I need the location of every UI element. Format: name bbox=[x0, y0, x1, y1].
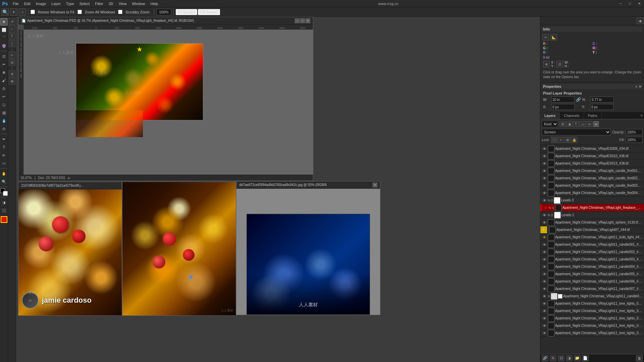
collapse-panel-btn[interactable]: ◀ bbox=[637, 17, 643, 24]
props-link-icon[interactable]: 🔗 bbox=[576, 97, 581, 102]
menu-edit[interactable]: Edit bbox=[21, 0, 33, 7]
layer-row[interactable]: 👁 Apartment_Night Christmas_VRayLight11_… bbox=[540, 322, 644, 329]
layer-row[interactable]: 👁 Apartment_Night Christmas_VRayLight11_… bbox=[540, 234, 644, 241]
zoom-all-checkbox[interactable] bbox=[77, 10, 82, 14]
arrange-icon[interactable]: ≡ bbox=[9, 52, 15, 58]
props-collapse-btn[interactable]: ≡ bbox=[635, 85, 637, 88]
lasso-tool[interactable]: ⌒ bbox=[0, 34, 8, 42]
canvas-area[interactable]: ↺ ↔ T ⟆ ≡ ⊟ ⊕ ⊞ 📄 Apartment_Night Christ… bbox=[8, 17, 540, 362]
info-coord-icon[interactable]: ⊕ bbox=[543, 61, 550, 67]
filter-toggle[interactable]: ● bbox=[593, 121, 599, 127]
layer-visibility-25[interactable]: 👁 bbox=[542, 323, 547, 328]
menu-window[interactable]: Window bbox=[129, 0, 148, 7]
menu-help[interactable]: Help bbox=[148, 0, 161, 7]
quick-select-tool[interactable]: 🔮 bbox=[0, 42, 8, 50]
delete-layer-btn[interactable]: 🗑 bbox=[636, 355, 643, 361]
layer-visibility-15[interactable]: 👁 bbox=[542, 249, 547, 255]
warp-icon[interactable]: ⟆ bbox=[9, 40, 15, 47]
layer-row[interactable]: 👁 fx ⊡ Levels 1 bbox=[540, 212, 644, 219]
layer-row[interactable]: 👁 Apartment_Night Christmas_VRayLight11_… bbox=[540, 278, 644, 285]
zoom-tool[interactable]: 🔍 bbox=[0, 178, 8, 185]
menu-3d[interactable]: 3D bbox=[106, 0, 116, 7]
path-tool[interactable]: ⊳ bbox=[0, 152, 8, 159]
layers-panel-menu-btn[interactable]: ≡ bbox=[639, 112, 644, 119]
layer-row[interactable]: 👁 Apartment_Night Christmas_VRayLight11_… bbox=[540, 285, 644, 293]
layer-visibility-6[interactable]: 👁 bbox=[542, 183, 547, 188]
fx-btn[interactable]: fx bbox=[550, 355, 556, 361]
close-button[interactable]: ✕ bbox=[635, 0, 644, 7]
layer-visibility-20[interactable]: 👁 bbox=[542, 286, 547, 292]
zoom-out-icon[interactable]: − bbox=[19, 8, 26, 16]
menu-filter[interactable]: Filter bbox=[92, 0, 106, 7]
props-close-btn[interactable]: ✕ bbox=[639, 85, 641, 88]
background-color[interactable] bbox=[3, 191, 8, 196]
foreground-indicator[interactable] bbox=[1, 216, 7, 223]
info-size-icon[interactable]: ⊡ bbox=[556, 61, 563, 67]
blur-tool[interactable]: 💧 bbox=[0, 117, 8, 124]
layer-row[interactable]: 👁 Apartment_Night Christmas_VRayIES013_#… bbox=[540, 160, 644, 167]
lock-all-icon[interactable]: 🔒 bbox=[571, 137, 577, 143]
layer-row[interactable]: 👁 Apartment_Night Christmas_VRayLight11_… bbox=[540, 307, 644, 315]
layer-row-active[interactable]: 👁 fx ⊡ Apartment_Night Christmas_VRayLig… bbox=[540, 204, 644, 212]
layer-row[interactable]: 👁 fx ⊡ Levels 3 bbox=[540, 197, 644, 204]
layer-row[interactable]: 👁 ⊡ Apartment_Night Christmas_VRayLight1… bbox=[540, 293, 644, 300]
layer-visibility-1[interactable]: 👁 bbox=[542, 146, 547, 152]
layer-row[interactable]: 👁 Apartment_Night Christmas_VRayLight11_… bbox=[540, 241, 644, 248]
zoom-in-icon[interactable]: + bbox=[10, 8, 17, 16]
fill-screen-button[interactable]: Fill Screen bbox=[198, 9, 220, 15]
filter-pixel-icon[interactable]: ☰ bbox=[559, 121, 566, 127]
layer-visibility-18[interactable]: 👁 bbox=[542, 272, 547, 277]
zoom-all-label[interactable]: Zoom All Windows bbox=[83, 9, 117, 15]
lock-artboard-icon[interactable]: ⊞ bbox=[565, 137, 571, 143]
crop-tool[interactable]: ⊡ bbox=[0, 53, 8, 60]
fit-screen-button[interactable]: Fit Screen bbox=[176, 9, 197, 15]
layer-visibility-26[interactable]: 👁 bbox=[542, 330, 547, 336]
selection-tool[interactable]: ⬜ bbox=[0, 26, 8, 34]
screen-mode-toggle[interactable]: ⬛ bbox=[0, 207, 8, 214]
layer-visibility-22[interactable]: 👁 bbox=[542, 301, 547, 306]
add-adjustment-btn[interactable]: ◑ bbox=[566, 355, 573, 361]
filter-type-icon[interactable]: T bbox=[573, 121, 579, 127]
shape-tool[interactable]: ▭ bbox=[0, 160, 8, 167]
pen-tool[interactable]: ✒ bbox=[0, 135, 8, 143]
layer-visibility-7[interactable]: 👁 bbox=[542, 190, 547, 196]
history-brush-tool[interactable]: ↩ bbox=[0, 93, 8, 100]
scrubby-zoom-checkbox[interactable] bbox=[118, 10, 122, 14]
menu-image[interactable]: Image bbox=[33, 0, 49, 7]
link-layers-btn[interactable]: 🔗 bbox=[542, 355, 548, 361]
props-x-input[interactable] bbox=[551, 104, 575, 110]
lock-pixels-icon[interactable]: ⬛ bbox=[551, 137, 557, 143]
fill-input[interactable] bbox=[626, 137, 643, 143]
grid-icon[interactable]: ⊞ bbox=[9, 78, 15, 84]
flip-icon[interactable]: ↔ bbox=[9, 25, 15, 32]
blend-mode-select[interactable]: Screen bbox=[542, 129, 611, 135]
filter-smart-icon[interactable]: ⊙ bbox=[586, 121, 592, 127]
layer-row[interactable]: 👁 Apartment_Night Christmas_VRayLight_sp… bbox=[540, 219, 644, 226]
layer-row[interactable]: 👁 Apartment_Night Christmas_VRayLight11_… bbox=[540, 248, 644, 256]
layer-row[interactable]: 👁 Apartment_Night Christmas_VRayLight_ca… bbox=[540, 167, 644, 175]
filter-shape-icon[interactable]: ▭ bbox=[580, 121, 586, 127]
clone-tool[interactable]: ⊙ bbox=[0, 85, 8, 92]
props-y-input[interactable] bbox=[590, 104, 613, 110]
filter-adj-icon[interactable]: ◑ bbox=[566, 121, 572, 127]
layer-visibility-23[interactable]: 👁 bbox=[542, 308, 547, 314]
rotate-icon[interactable]: ↺ bbox=[9, 18, 15, 25]
layer-row[interactable]: 👁 Apartment_Night Christmas_VRayLight11_… bbox=[540, 256, 644, 263]
info-eyedropper-icon[interactable]: ✏ bbox=[542, 34, 549, 41]
canvas-content[interactable]: ★ 人人素材 人人素材 人人素材 人人素材 bbox=[24, 30, 313, 175]
layer-row[interactable]: 👁 Apartment_Night Christmas_VRayLight11_… bbox=[540, 270, 644, 278]
opacity-input[interactable] bbox=[626, 129, 643, 135]
layer-visibility-9[interactable]: 👁 bbox=[543, 205, 548, 210]
layer-visibility-5[interactable]: 👁 bbox=[542, 176, 547, 181]
heal-tool[interactable]: ⊕ bbox=[0, 69, 8, 76]
layer-visibility-14[interactable]: 👁 bbox=[542, 242, 547, 247]
distribute-icon[interactable]: ⊟ bbox=[9, 59, 15, 66]
layer-row[interactable]: 👁 Apartment_Night Christmas_VRayIES009_#… bbox=[540, 145, 644, 153]
layer-visibility-21[interactable]: 👁 bbox=[542, 294, 547, 299]
eraser-tool[interactable]: ◻ bbox=[0, 101, 8, 108]
tab-layers[interactable]: Layers bbox=[540, 112, 560, 119]
props-w-input[interactable] bbox=[551, 97, 575, 103]
new-group-btn[interactable]: 📁 bbox=[574, 355, 581, 361]
layer-visibility-10[interactable]: 👁 bbox=[542, 213, 547, 218]
layer-row[interactable]: 👁 Apartment_Night Christmas_VRayLight11_… bbox=[540, 315, 644, 322]
